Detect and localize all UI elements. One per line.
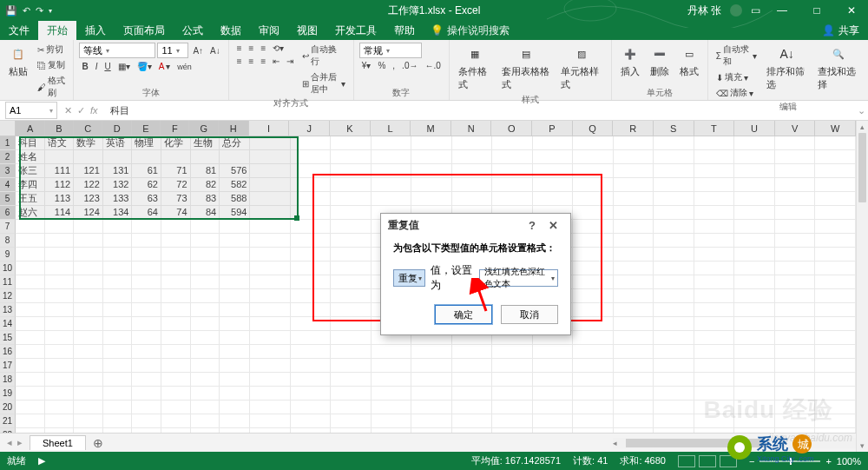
scroll-down-icon[interactable]: ▾	[857, 440, 868, 452]
cell[interactable]	[614, 178, 654, 192]
hscroll-thumb[interactable]	[626, 439, 765, 447]
cell[interactable]: 132	[103, 178, 133, 192]
align-right-button[interactable]: ≡	[258, 56, 268, 67]
cell[interactable]	[250, 206, 291, 220]
cell[interactable]: 张三	[16, 164, 45, 178]
increase-font-button[interactable]: A↑	[190, 45, 206, 56]
cell[interactable]	[16, 373, 45, 387]
vertical-scrollbar[interactable]: ▴ ▾	[856, 121, 868, 452]
cell[interactable]	[250, 331, 291, 345]
cell[interactable]	[614, 164, 654, 178]
cell[interactable]	[614, 303, 654, 317]
cell[interactable]	[492, 136, 533, 150]
cell[interactable]	[250, 164, 291, 178]
cell[interactable]	[331, 136, 372, 150]
cell[interactable]	[694, 206, 735, 220]
row-header[interactable]: 17	[0, 359, 16, 373]
cell[interactable]: 588	[220, 192, 250, 206]
cell[interactable]	[132, 220, 161, 234]
cell[interactable]	[694, 373, 735, 387]
cell-styles-button[interactable]: ▨单元格样式	[557, 43, 605, 93]
indent-dec-button[interactable]: ⇤	[270, 56, 282, 67]
cell[interactable]	[694, 303, 735, 317]
cell[interactable]	[220, 387, 250, 400]
cell[interactable]	[191, 150, 220, 164]
cell[interactable]	[161, 387, 191, 400]
cell[interactable]	[74, 387, 103, 400]
page-layout-view-button[interactable]	[699, 455, 716, 467]
horizontal-scrollbar[interactable]: ◂	[613, 438, 856, 448]
next-sheet-icon[interactable]: ▸	[17, 437, 23, 448]
percent-button[interactable]: %	[375, 60, 388, 71]
cell[interactable]	[734, 317, 775, 331]
cell[interactable]	[775, 317, 816, 331]
cell[interactable]	[533, 178, 574, 192]
cell[interactable]	[775, 206, 816, 220]
cell[interactable]	[161, 275, 191, 289]
cell[interactable]	[372, 136, 412, 150]
cell[interactable]	[291, 261, 332, 275]
cell[interactable]	[103, 150, 133, 164]
cell[interactable]	[45, 359, 75, 373]
cell[interactable]: 物理	[132, 136, 161, 150]
cell[interactable]	[452, 373, 493, 387]
cell[interactable]: 72	[161, 178, 191, 192]
increase-decimal-button[interactable]: .0→	[399, 60, 420, 71]
cell[interactable]	[694, 220, 735, 234]
cell[interactable]	[372, 164, 412, 178]
col-header-P[interactable]: P	[532, 121, 573, 136]
cell[interactable]	[250, 178, 291, 192]
format-as-table-button[interactable]: ▤套用表格格式	[498, 43, 555, 93]
cell[interactable]	[734, 150, 775, 164]
cell[interactable]	[220, 275, 250, 289]
undo-icon[interactable]: ↶	[23, 5, 30, 17]
cell[interactable]	[694, 248, 735, 261]
save-icon[interactable]: 💾	[5, 5, 17, 17]
cell[interactable]	[815, 261, 856, 275]
cell[interactable]	[573, 345, 614, 359]
format-painter-button[interactable]: 🖌格式刷	[35, 74, 68, 100]
cell[interactable]: 赵六	[16, 206, 45, 220]
sheet-tab-sheet1[interactable]: Sheet1	[30, 435, 86, 450]
cell[interactable]: 123	[74, 192, 103, 206]
cell[interactable]	[161, 234, 191, 248]
cell[interactable]	[291, 150, 332, 164]
cell[interactable]	[220, 150, 250, 164]
cell[interactable]	[815, 275, 856, 289]
cell[interactable]	[331, 164, 372, 178]
cell[interactable]	[654, 261, 694, 275]
cell[interactable]	[734, 234, 775, 248]
format-cells-button[interactable]: ▭格式	[676, 43, 702, 80]
cell[interactable]	[734, 400, 775, 414]
cell[interactable]: 71	[161, 164, 191, 178]
cell[interactable]	[815, 248, 856, 261]
cell[interactable]	[331, 178, 372, 192]
cell[interactable]	[411, 150, 452, 164]
cell[interactable]	[815, 192, 856, 206]
cell[interactable]	[16, 275, 45, 289]
row-header[interactable]: 5	[0, 192, 16, 206]
cell[interactable]	[734, 220, 775, 234]
cell[interactable]	[331, 220, 372, 234]
cell[interactable]	[573, 261, 614, 275]
cell[interactable]	[74, 303, 103, 317]
cell[interactable]	[103, 359, 133, 373]
cell[interactable]	[74, 234, 103, 248]
cell[interactable]	[775, 150, 816, 164]
cell[interactable]: 122	[74, 178, 103, 192]
cell[interactable]	[220, 359, 250, 373]
cell[interactable]	[220, 414, 250, 428]
cell[interactable]	[331, 373, 372, 387]
col-header-L[interactable]: L	[371, 121, 411, 136]
cell[interactable]	[452, 387, 493, 400]
cell[interactable]	[775, 220, 816, 234]
cell[interactable]	[734, 289, 775, 303]
row-header[interactable]: 21	[0, 414, 16, 428]
cell[interactable]	[132, 275, 161, 289]
cell[interactable]	[372, 387, 412, 400]
cell[interactable]	[291, 206, 332, 220]
wrap-text-button[interactable]: ↩自动换行	[299, 43, 348, 69]
cell[interactable]	[775, 234, 816, 248]
col-header-U[interactable]: U	[734, 121, 775, 136]
cell[interactable]	[573, 400, 614, 414]
